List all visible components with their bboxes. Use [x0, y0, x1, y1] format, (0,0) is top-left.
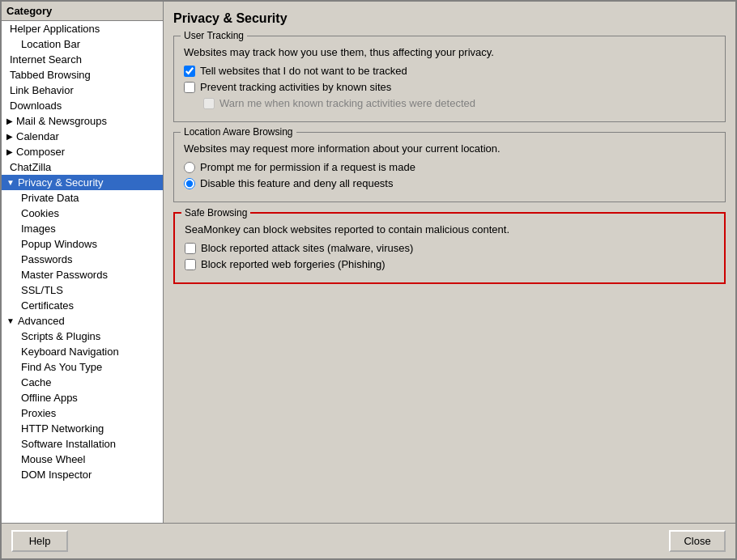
- privacy-arrow: ▼: [6, 178, 15, 187]
- option-prompt-location: Prompt me for permission if a request is…: [184, 161, 715, 173]
- composer-arrow: ▶: [6, 147, 13, 156]
- option-disable-location: Disable this feature and deny all reques…: [184, 177, 715, 189]
- sidebar-item-label: Advanced: [18, 315, 65, 327]
- sidebar-item-label: Privacy & Security: [18, 176, 103, 189]
- do-not-track-label: Tell websites that I do not want to be t…: [200, 65, 407, 77]
- prevent-tracking-label: Prevent tracking activities by known sit…: [200, 81, 391, 93]
- user-tracking-desc: Websites may track how you use them, thu…: [184, 46, 715, 58]
- block-attack-sites-checkbox[interactable]: [185, 243, 196, 254]
- sidebar-item-images[interactable]: Images: [2, 221, 163, 236]
- sidebar-item-mouse-wheel[interactable]: Mouse Wheel: [2, 452, 163, 467]
- block-forgeries-checkbox[interactable]: [185, 259, 196, 270]
- close-button[interactable]: Close: [669, 530, 726, 552]
- sidebar-item-popup-windows[interactable]: Popup Windows: [2, 236, 163, 252]
- option-prevent-tracking: Prevent tracking activities by known sit…: [184, 81, 715, 93]
- sidebar-item-label: Calendar: [16, 130, 59, 142]
- disable-location-radio[interactable]: [184, 178, 195, 189]
- prompt-location-label: Prompt me for permission if a request is…: [200, 161, 415, 173]
- advanced-arrow: ▼: [6, 316, 15, 325]
- mail-newsgroups-arrow: ▶: [6, 117, 13, 125]
- block-attack-sites-label: Block reported attack sites (malware, vi…: [201, 242, 413, 254]
- sidebar-item-advanced[interactable]: ▼ Advanced: [2, 313, 163, 329]
- sidebar-item-keyboard-navigation[interactable]: Keyboard Navigation: [2, 344, 163, 359]
- sidebar-item-composer[interactable]: ▶ Composer: [2, 144, 163, 159]
- sidebar-item-software-installation[interactable]: Software Installation: [2, 436, 163, 452]
- do-not-track-checkbox[interactable]: [184, 66, 195, 77]
- sidebar-item-link-behavior[interactable]: Link Behavior: [2, 83, 163, 98]
- block-forgeries-label: Block reported web forgeries (Phishing): [201, 258, 386, 270]
- sidebar-item-label: Composer: [16, 146, 65, 158]
- sidebar-item-downloads[interactable]: Downloads: [2, 98, 163, 113]
- sidebar-item-master-passwords[interactable]: Master Passwords: [2, 267, 163, 282]
- bottom-bar: Help Close: [2, 523, 735, 558]
- prompt-location-radio[interactable]: [184, 162, 195, 173]
- sidebar-item-http-networking[interactable]: HTTP Networking: [2, 421, 163, 436]
- sidebar-item-tabbed-browsing[interactable]: Tabbed Browsing: [2, 67, 163, 83]
- sidebar-item-privacy-security[interactable]: ▼ Privacy & Security: [2, 175, 163, 190]
- help-button[interactable]: Help: [11, 530, 68, 552]
- user-tracking-label: User Tracking: [181, 30, 247, 41]
- sidebar-item-location-bar[interactable]: Location Bar: [2, 36, 163, 52]
- sidebar-header: Category: [2, 2, 163, 21]
- sidebar-item-internet-search[interactable]: Internet Search: [2, 52, 163, 67]
- sidebar-item-find-as-you-type[interactable]: Find As You Type: [2, 359, 163, 375]
- sidebar-item-passwords[interactable]: Passwords: [2, 252, 163, 267]
- sidebar-item-chatzilla[interactable]: ChatZilla: [2, 159, 163, 175]
- sidebar-item-cookies[interactable]: Cookies: [2, 206, 163, 221]
- sidebar-item-mail-newsgroups[interactable]: ▶ Mail & Newsgroups: [2, 113, 163, 129]
- preferences-dialog: Category Helper Applications Location Ba…: [0, 0, 737, 560]
- location-aware-label: Location Aware Browsing: [181, 126, 296, 138]
- option-warn-tracking: Warn me when known tracking activities w…: [184, 97, 715, 109]
- safe-browsing-section: Safe Browsing SeaMonkey can block websit…: [173, 212, 726, 284]
- sidebar-item-label: Mail & Newsgroups: [16, 115, 107, 127]
- option-do-not-track: Tell websites that I do not want to be t…: [184, 65, 715, 77]
- sidebar-item-private-data[interactable]: Private Data: [2, 190, 163, 206]
- disable-location-label: Disable this feature and deny all reques…: [200, 177, 393, 189]
- page-title: Privacy & Security: [173, 11, 726, 26]
- sidebar-item-certificates[interactable]: Certificates: [2, 298, 163, 313]
- sidebar-item-calendar[interactable]: ▶ Calendar: [2, 129, 163, 144]
- calendar-arrow: ▶: [6, 132, 13, 141]
- user-tracking-section: User Tracking Websites may track how you…: [173, 36, 726, 122]
- location-aware-section: Location Aware Browsing Websites may req…: [173, 132, 726, 202]
- sidebar-item-helper-apps[interactable]: Helper Applications: [2, 21, 163, 36]
- sidebar-item-offline-apps[interactable]: Offline Apps: [2, 390, 163, 405]
- location-aware-desc: Websites may request more information ab…: [184, 142, 715, 155]
- safe-browsing-label: Safe Browsing: [181, 207, 250, 218]
- main-content: Privacy & Security User Tracking Website…: [164, 2, 735, 523]
- sidebar-item-cache[interactable]: Cache: [2, 375, 163, 390]
- warn-tracking-checkbox[interactable]: [203, 98, 215, 109]
- safe-browsing-desc: SeaMonkey can block websites reported to…: [185, 223, 714, 235]
- sidebar: Category Helper Applications Location Ba…: [2, 2, 164, 523]
- dialog-content: Category Helper Applications Location Ba…: [2, 2, 735, 523]
- warn-tracking-label: Warn me when known tracking activities w…: [219, 97, 475, 109]
- option-block-forgeries: Block reported web forgeries (Phishing): [185, 258, 714, 270]
- option-block-attack-sites: Block reported attack sites (malware, vi…: [185, 242, 714, 254]
- sidebar-item-dom-inspector[interactable]: DOM Inspector: [2, 467, 163, 482]
- sidebar-item-ssl-tls[interactable]: SSL/TLS: [2, 282, 163, 298]
- sidebar-item-proxies[interactable]: Proxies: [2, 405, 163, 421]
- sidebar-item-scripts-plugins[interactable]: Scripts & Plugins: [2, 329, 163, 344]
- prevent-tracking-checkbox[interactable]: [184, 82, 195, 93]
